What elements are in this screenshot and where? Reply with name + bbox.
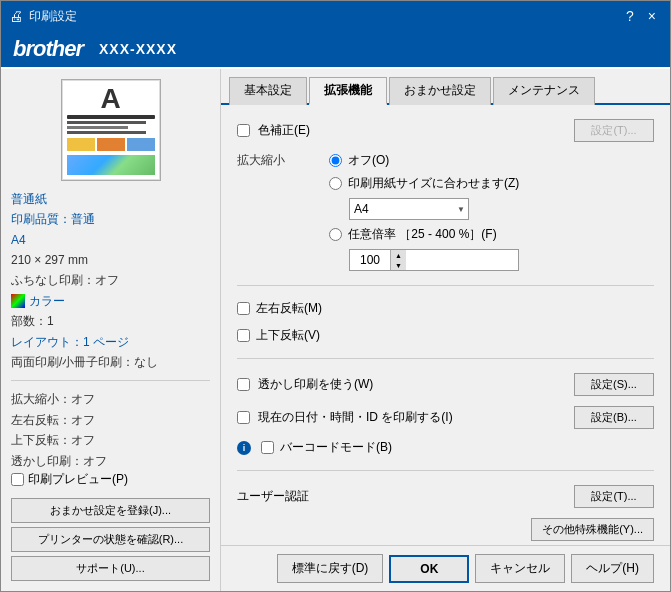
scale-fit-radio[interactable] (329, 177, 342, 190)
main-window: 🖨 印刷設定 ? × brother XXX-XXXX A (0, 0, 671, 592)
duplex-text: 両面印刷/小冊子印刷：なし (11, 352, 210, 372)
scale-custom-row: 任意倍率 ［25 - 400 %］(F) (329, 226, 519, 243)
title-text: 印刷設定 (29, 8, 77, 25)
restore-defaults-btn[interactable]: 標準に戻す(D) (277, 554, 384, 583)
color-correction-btn[interactable]: 設定(T)... (574, 119, 654, 142)
scale-info: 拡大縮小：オフ (11, 389, 210, 409)
cancel-btn[interactable]: キャンセル (475, 554, 565, 583)
copies-text: 部数：1 (11, 311, 210, 331)
spinbox-up-btn[interactable]: ▲ (390, 250, 406, 260)
bottom-buttons: 印刷プレビュー(P) おまかせ設定を登録(J)... プリンターの状態を確認(R… (11, 471, 210, 581)
color-correction-label: 色補正(E) (258, 122, 310, 139)
mirror-ud-row: 上下反転(V) (237, 327, 654, 344)
mirror-ud-label: 上下反転(V) (256, 327, 320, 344)
preview-check-row: 印刷プレビュー(P) (11, 471, 210, 488)
close-window-btn[interactable]: × (642, 7, 662, 25)
scale-spinbox: 100 ▲ ▼ (349, 249, 519, 271)
ok-btn[interactable]: OK (389, 555, 469, 583)
spinbox-down-btn[interactable]: ▼ (390, 260, 406, 270)
register-settings-btn[interactable]: おまかせ設定を登録(J)... (11, 498, 210, 523)
preview-col-orange (97, 138, 125, 151)
color-correction-checkbox[interactable] (237, 124, 250, 137)
borderless-text: ふちなし印刷：オフ (11, 270, 210, 290)
preview-color-bar (67, 138, 155, 151)
title-bar: 🖨 印刷設定 ? × (1, 1, 670, 31)
spinbox-buttons: ▲ ▼ (390, 250, 406, 270)
watermark-checkbox[interactable] (237, 378, 250, 391)
tabs-bar: 基本設定 拡張機能 おまかせ設定 メンテナンス (221, 69, 670, 105)
print-quality-text: 印刷品質：普通 (11, 209, 210, 229)
other-features-btn[interactable]: その他特殊機能(Y)... (531, 518, 654, 541)
paper-size-select[interactable]: A4 (349, 198, 469, 220)
print-preview-label: 印刷プレビュー(P) (28, 471, 128, 488)
preview-line-1 (67, 115, 155, 119)
left-panel: A 普通紙 印刷品質：普通 A4 210 (1, 69, 221, 591)
help-window-btn[interactable]: ? (620, 7, 640, 25)
other-btn-row: その他特殊機能(Y)... (237, 518, 654, 541)
datetime-btn[interactable]: 設定(B)... (574, 406, 654, 429)
mirror-lr-row: 左右反転(M) (237, 300, 654, 317)
mirror-ud-checkbox[interactable] (237, 329, 250, 342)
watermark-label: 透かし印刷を使う(W) (258, 376, 373, 393)
info-icon: i (237, 441, 251, 455)
separator-3 (237, 470, 654, 471)
support-btn[interactable]: サポート(U)... (11, 556, 210, 581)
brother-logo: brother (13, 36, 83, 62)
preview-line-2 (67, 121, 146, 124)
preview-image (67, 155, 155, 175)
tab-extended[interactable]: 拡張機能 (309, 77, 387, 105)
barcode-label: バーコードモード(B) (280, 439, 392, 456)
printer-icon: 🖨 (9, 8, 23, 24)
watermark-row: 透かし印刷を使う(W) 設定(S)... (237, 373, 654, 396)
user-auth-btn[interactable]: 設定(T)... (574, 485, 654, 508)
dimensions-text: 210 × 297 mm (11, 250, 210, 270)
preview-line-4 (67, 131, 146, 134)
bottom-panel: 標準に戻す(D) OK キャンセル ヘルプ(H) (221, 545, 670, 591)
barcode-checkbox[interactable] (261, 441, 274, 454)
scale-off-label: オフ(O) (348, 152, 389, 169)
paper-size-text: A4 (11, 230, 210, 250)
help-btn[interactable]: ヘルプ(H) (571, 554, 654, 583)
tab-extended-content: 色補正(E) 設定(T)... 拡大縮小 オフ(O) 印刷用紙サイ (221, 105, 670, 545)
scale-off-radio[interactable] (329, 154, 342, 167)
tab-basic[interactable]: 基本設定 (229, 77, 307, 105)
datetime-checkbox[interactable] (237, 411, 250, 424)
barcode-row: i バーコードモード(B) (237, 439, 654, 456)
scale-fit-row: 印刷用紙サイズに合わせます(Z) (329, 175, 519, 192)
separator-2 (237, 358, 654, 359)
color-icon (11, 294, 25, 308)
mirror-info: 左右反転：オフ (11, 410, 210, 430)
color-text: カラー (29, 291, 65, 311)
content-area: A 普通紙 印刷品質：普通 A4 210 (1, 69, 670, 591)
tab-omakase[interactable]: おまかせ設定 (389, 77, 491, 105)
paper-size-select-row: A4 (349, 198, 519, 220)
user-auth-label: ユーザー認証 (237, 488, 309, 505)
print-preview-checkbox[interactable] (11, 473, 24, 486)
paper-size-select-wrapper: A4 (349, 198, 469, 220)
header-bar: brother XXX-XXXX (1, 31, 670, 69)
tab-maintenance[interactable]: メンテナンス (493, 77, 595, 105)
watermark-btn[interactable]: 設定(S)... (574, 373, 654, 396)
preview-page: A (62, 80, 160, 180)
flip-info: 上下反転：オフ (11, 430, 210, 450)
scale-radio-group: オフ(O) 印刷用紙サイズに合わせます(Z) A4 (329, 152, 519, 271)
left-info: 普通紙 印刷品質：普通 A4 210 × 297 mm ふちなし印刷：オフ カラ… (11, 189, 210, 373)
preview-col-yellow (67, 138, 95, 151)
printer-status-btn[interactable]: プリンターの状態を確認(R)... (11, 527, 210, 552)
title-controls: ? × (620, 7, 662, 25)
separator-1 (237, 285, 654, 286)
mirror-lr-label: 左右反転(M) (256, 300, 322, 317)
preview-line-3 (67, 126, 129, 129)
preview-col-blue (127, 138, 155, 151)
mirror-lr-checkbox[interactable] (237, 302, 250, 315)
datetime-row: 現在の日付・時間・ID を印刷する(I) 設定(B)... (237, 406, 654, 429)
scale-off-row: オフ(O) (329, 152, 519, 169)
color-correction-row: 色補正(E) 設定(T)... (237, 119, 654, 142)
divider-1 (11, 380, 210, 381)
layout-text: レイアウト：1 ページ (11, 332, 210, 352)
scale-custom-radio[interactable] (329, 228, 342, 241)
model-name: XXX-XXXX (99, 41, 177, 57)
right-panel: 基本設定 拡張機能 おまかせ設定 メンテナンス 色補正(E) 設定(T)... … (221, 69, 670, 591)
scale-label: 拡大縮小 (237, 152, 317, 169)
scale-input[interactable]: 100 (350, 250, 390, 270)
